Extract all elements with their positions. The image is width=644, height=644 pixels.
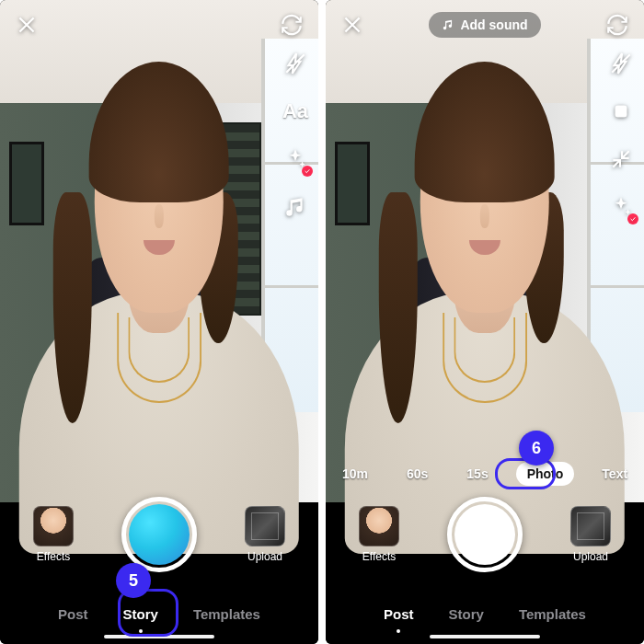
mode-selector: Post Story Templates (0, 583, 318, 644)
text-tool-icon[interactable]: Aa (282, 98, 309, 125)
capture-row: Effects Upload (0, 495, 318, 574)
add-sound-button[interactable]: Add sound (429, 12, 540, 38)
collapse-icon[interactable] (607, 145, 635, 173)
effects-button[interactable]: Effects (24, 506, 83, 563)
top-bar: Add sound (337, 9, 633, 40)
close-icon[interactable] (337, 9, 368, 40)
enhance-icon[interactable] (607, 193, 635, 221)
phone-right-photo-mode: Add sound 10m 60s 15s P (326, 0, 644, 644)
mode-post[interactable]: Post (56, 601, 90, 627)
top-bar (11, 9, 307, 40)
side-toolbar: Aa (282, 50, 309, 221)
upload-label: Upload (573, 550, 608, 563)
annotation-5-badge: 5 (116, 563, 151, 598)
effects-thumbnail (359, 506, 399, 546)
flip-camera-icon[interactable] (602, 9, 633, 40)
duration-10m[interactable]: 10m (331, 462, 379, 486)
flip-camera-icon[interactable] (276, 9, 307, 40)
phone-left-story-mode: Aa Effects Upload Post (0, 0, 318, 644)
enhance-badge-icon (627, 213, 638, 224)
music-icon[interactable] (282, 193, 309, 221)
duration-photo[interactable]: Photo (516, 462, 575, 486)
upload-thumbnail (245, 506, 285, 546)
effects-label: Effects (362, 550, 396, 563)
duration-60s[interactable]: 60s (396, 462, 439, 486)
duration-text[interactable]: Text (591, 462, 638, 486)
home-indicator[interactable] (104, 635, 214, 638)
flash-icon[interactable] (282, 50, 309, 77)
shutter-inner-photo (454, 504, 515, 565)
mode-selector: Post Story Templates (326, 583, 644, 644)
shutter-button[interactable] (447, 497, 523, 572)
mode-post[interactable]: Post (382, 601, 416, 627)
annotation-6-badge: 6 (519, 431, 554, 466)
duration-selector: 10m 60s 15s Photo Text (326, 462, 644, 486)
capture-row: Effects Upload (326, 495, 644, 574)
tutorial-two-phone-layout: Aa Effects Upload Post (0, 0, 644, 644)
upload-thumbnail (570, 506, 611, 546)
add-sound-label: Add sound (460, 17, 527, 32)
frame-icon[interactable] (607, 98, 635, 125)
text-tool-label: Aa (282, 99, 308, 123)
upload-button[interactable]: Upload (236, 506, 294, 563)
mode-templates[interactable]: Templates (191, 601, 262, 627)
home-indicator[interactable] (430, 635, 540, 638)
effects-thumbnail (33, 506, 74, 546)
shutter-inner-story (129, 504, 190, 565)
enhance-badge-icon (302, 166, 313, 177)
enhance-icon[interactable] (282, 145, 309, 173)
effects-button[interactable]: Effects (350, 506, 408, 563)
svg-rect-2 (615, 106, 627, 118)
upload-button[interactable]: Upload (561, 506, 620, 563)
effects-label: Effects (37, 550, 70, 563)
flash-icon[interactable] (607, 50, 635, 77)
close-icon[interactable] (11, 9, 42, 40)
mode-story[interactable]: Story (121, 601, 160, 627)
mode-templates[interactable]: Templates (517, 601, 588, 627)
shutter-button[interactable] (121, 497, 197, 572)
duration-15s[interactable]: 15s (455, 462, 499, 486)
mode-story[interactable]: Story (447, 601, 486, 627)
side-toolbar (607, 50, 635, 221)
upload-label: Upload (247, 550, 282, 563)
camera-subject-person (19, 52, 299, 554)
